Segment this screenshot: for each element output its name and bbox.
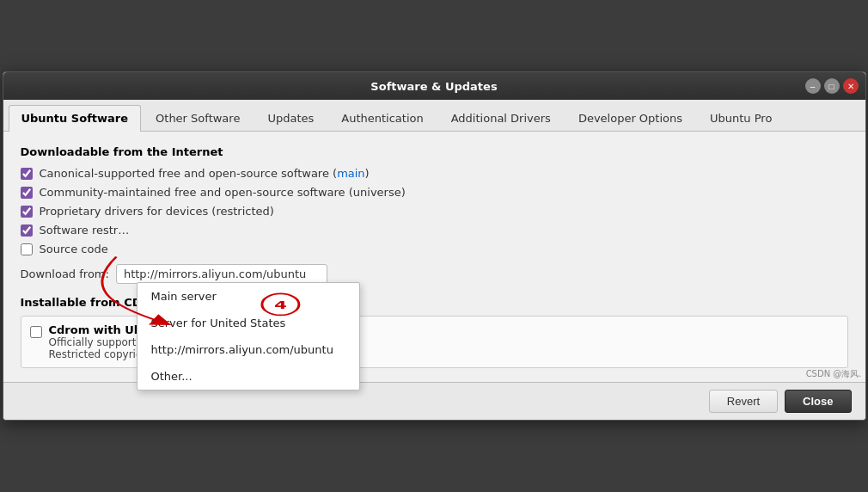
main-window: Software & Updates – □ ✕ Ubuntu Software…: [3, 71, 866, 421]
cdrom-checkbox[interactable]: [30, 326, 42, 338]
downloadable-section-title: Downloadable from the Internet: [21, 145, 848, 158]
window-title: Software & Updates: [370, 80, 497, 93]
checkbox-canonical-label: Canonical-supported free and open-source…: [40, 167, 370, 180]
tab-authentication[interactable]: Authentication: [328, 105, 436, 131]
dropdown-item-main-server[interactable]: Main server: [138, 283, 359, 310]
checkbox-proprietary: Proprietary drivers for devices (restric…: [21, 205, 848, 218]
checkbox-community-label: Community-maintained free and open-sourc…: [40, 186, 406, 199]
checkbox-proprietary-input[interactable]: [21, 206, 33, 218]
titlebar: Software & Updates – □ ✕: [3, 72, 865, 100]
checkbox-source-code-label: Source code: [40, 243, 108, 255]
checkbox-proprietary-label: Proprietary drivers for devices (restric…: [40, 205, 274, 218]
tab-additional-drivers[interactable]: Additional Drivers: [438, 105, 564, 131]
main-content: Downloadable from the Internet Canonical…: [3, 132, 865, 382]
tab-other-software[interactable]: Other Software: [143, 105, 253, 131]
minimize-button[interactable]: –: [805, 78, 821, 94]
dropdown-item-aliyun[interactable]: http://mirrors.aliyun.com/ubuntu: [138, 336, 359, 363]
tab-ubuntu-software[interactable]: Ubuntu Software: [9, 105, 142, 132]
tabs-bar: Ubuntu Software Other Software Updates A…: [3, 100, 865, 132]
checkbox-canonical: Canonical-supported free and open-source…: [21, 167, 848, 180]
checkbox-software-restricted-label: Software restr…: [40, 224, 130, 237]
maximize-button[interactable]: □: [824, 78, 840, 94]
download-from-label: Download from:: [21, 268, 109, 280]
dropdown-item-us-server[interactable]: Server for United States: [138, 310, 359, 336]
footer: Revert Close: [3, 382, 865, 420]
close-window-button[interactable]: ✕: [843, 78, 859, 94]
canonical-link[interactable]: main: [337, 167, 364, 180]
tab-updates[interactable]: Updates: [254, 105, 327, 131]
dropdown-item-other[interactable]: Other...: [138, 363, 359, 390]
tab-developer-options[interactable]: Developer Options: [565, 105, 695, 131]
tab-ubuntu-pro[interactable]: Ubuntu Pro: [697, 105, 785, 131]
revert-button[interactable]: Revert: [709, 390, 778, 413]
watermark: CSDN @海风.: [806, 368, 862, 380]
checkbox-source-code-input[interactable]: [21, 243, 33, 255]
checkbox-canonical-input[interactable]: [21, 168, 33, 180]
checkbox-software-restricted: Software restr…: [21, 224, 848, 237]
download-server-dropdown-menu: Main server Server for United States htt…: [137, 282, 360, 391]
download-from-row: Download from: http://mirrors.aliyun.com…: [21, 264, 848, 284]
checkbox-software-restricted-input[interactable]: [21, 224, 33, 237]
close-button[interactable]: Close: [785, 390, 851, 413]
checkbox-community: Community-maintained free and open-sourc…: [21, 186, 848, 199]
window-controls: – □ ✕: [805, 78, 859, 94]
download-from-dropdown[interactable]: http://mirrors.aliyun.com/ubuntu: [116, 264, 327, 284]
checkbox-source-code: Source code: [21, 243, 848, 255]
checkbox-community-input[interactable]: [21, 187, 33, 199]
